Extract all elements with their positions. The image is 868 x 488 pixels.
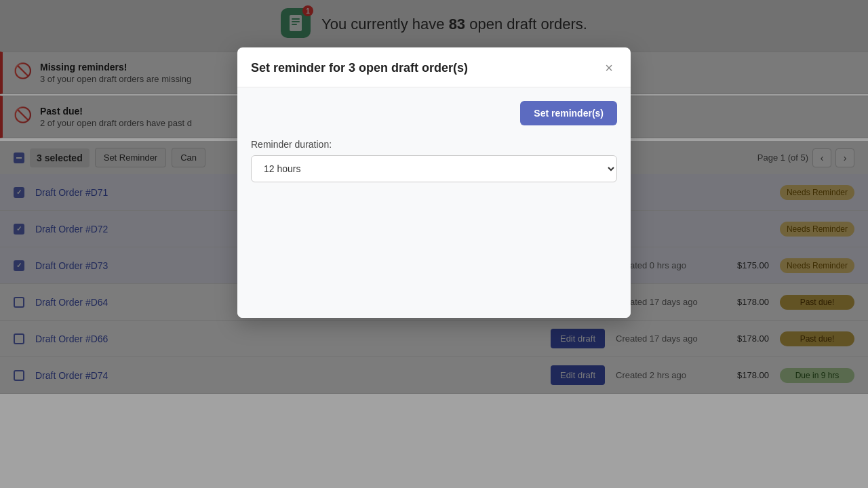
modal: Set reminder for 3 open draft order(s) ×… [237, 47, 631, 318]
modal-body: Set reminder(s) Reminder duration: 1 hou… [237, 87, 631, 318]
modal-close-button[interactable]: × [601, 60, 617, 76]
set-reminders-button[interactable]: Set reminder(s) [520, 101, 617, 125]
reminder-duration-label: Reminder duration: [251, 139, 617, 150]
modal-overlay: Set reminder for 3 open draft order(s) ×… [0, 0, 868, 488]
reminder-duration-select[interactable]: 1 hour 2 hours 4 hours 6 hours 12 hours … [251, 155, 617, 182]
modal-title: Set reminder for 3 open draft order(s) [251, 61, 468, 75]
modal-header: Set reminder for 3 open draft order(s) × [237, 47, 631, 87]
